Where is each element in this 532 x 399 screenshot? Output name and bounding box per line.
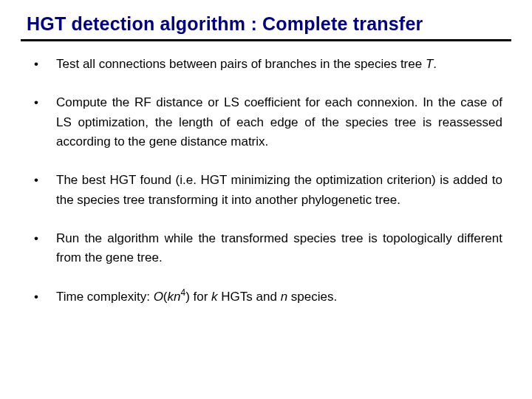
bullet-text: Test all connections between pairs of br… <box>56 57 426 71</box>
complexity-post: species. <box>287 290 337 304</box>
bullet-text: The best HGT found (i.e. HGT minimizing … <box>56 173 502 206</box>
variable-T: T <box>426 57 433 71</box>
title-underline <box>21 39 511 41</box>
complexity-pre: Time complexity: <box>56 290 154 304</box>
slide: HGT detection algorithm : Complete trans… <box>0 0 532 399</box>
var-n: n <box>174 290 180 304</box>
complexity-mid2: HGTs and <box>218 290 281 304</box>
complexity-mid: for <box>190 290 211 304</box>
bullet-item: Time complexity: O(kn4) for k HGTs and n… <box>31 287 502 307</box>
bullet-text: Run the algorithm while the transformed … <box>56 231 502 265</box>
var-n2: n <box>281 290 287 304</box>
big-o: O <box>154 290 163 304</box>
bullet-text-post: . <box>433 57 437 71</box>
bullet-item: Run the algorithm while the transformed … <box>31 229 502 268</box>
bullet-item: Test all connections between pairs of br… <box>31 55 502 74</box>
bullet-list: Test all connections between pairs of br… <box>21 55 511 307</box>
var-k: k <box>168 290 174 304</box>
slide-title: HGT detection algorithm : Complete trans… <box>27 13 511 35</box>
bullet-item: Compute the RF distance or LS coefficien… <box>31 93 502 151</box>
bullet-text: Compute the RF distance or LS coefficien… <box>56 95 502 149</box>
bullet-item: The best HGT found (i.e. HGT minimizing … <box>31 171 502 210</box>
var-k2: k <box>211 290 218 304</box>
